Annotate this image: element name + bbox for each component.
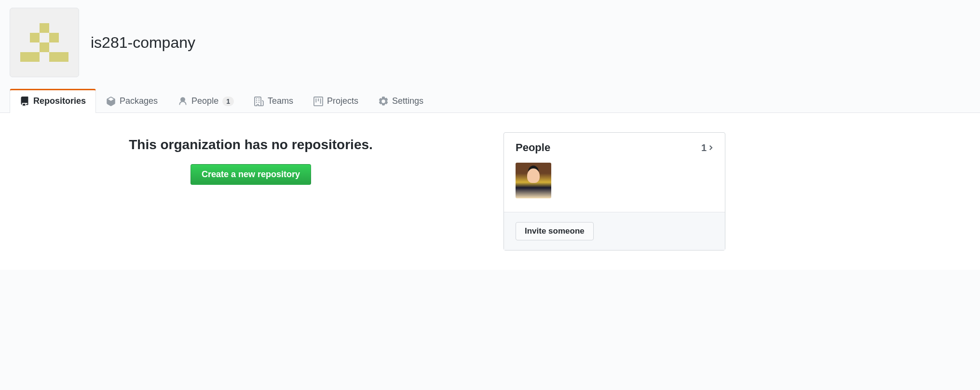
create-repository-button[interactable]: Create a new repository (191, 164, 311, 185)
gear-icon (379, 97, 388, 106)
person-icon (178, 97, 188, 106)
organization-icon (254, 97, 264, 106)
tab-label: Projects (327, 96, 358, 106)
people-header[interactable]: People 1 (504, 133, 725, 163)
people-count-link: 1 (701, 142, 713, 153)
chevron-right-icon (708, 144, 713, 152)
tab-repositories[interactable]: Repositories (10, 89, 96, 113)
svg-rect-4 (20, 52, 40, 62)
repo-icon (20, 97, 29, 106)
package-icon (106, 97, 116, 106)
org-name: is281-company (91, 34, 195, 52)
svg-rect-5 (49, 52, 68, 62)
content: This organization has no repositories. C… (0, 113, 980, 270)
people-title: People (516, 141, 550, 154)
tab-people[interactable]: People 1 (168, 89, 244, 113)
tab-settings[interactable]: Settings (368, 89, 434, 113)
tab-label: Repositories (33, 96, 86, 106)
people-count-badge: 1 (222, 97, 234, 106)
tab-projects[interactable]: Projects (303, 89, 368, 113)
tab-label: Settings (392, 96, 423, 106)
svg-rect-2 (49, 33, 59, 42)
org-header: is281-company (0, 0, 980, 89)
people-count: 1 (701, 142, 707, 153)
tab-label: Packages (120, 96, 158, 106)
member-avatar[interactable] (516, 163, 551, 198)
org-avatar[interactable] (10, 8, 79, 77)
project-icon (313, 97, 323, 106)
org-identicon (20, 18, 68, 67)
svg-rect-3 (40, 42, 49, 52)
tabs-nav: Repositories Packages People 1 Teams Pro… (0, 89, 980, 113)
svg-rect-0 (40, 23, 49, 33)
people-footer: Invite someone (504, 212, 725, 250)
main-panel: This organization has no repositories. C… (10, 132, 492, 251)
svg-rect-1 (30, 33, 40, 42)
tab-packages[interactable]: Packages (96, 89, 168, 113)
people-list (504, 163, 725, 212)
people-sidebar: People 1 Invite someone (504, 132, 725, 251)
tab-teams[interactable]: Teams (244, 89, 303, 113)
tab-label: People (191, 96, 218, 106)
invite-someone-button[interactable]: Invite someone (516, 222, 594, 240)
empty-state-title: This organization has no repositories. (10, 137, 492, 153)
tab-label: Teams (268, 96, 293, 106)
